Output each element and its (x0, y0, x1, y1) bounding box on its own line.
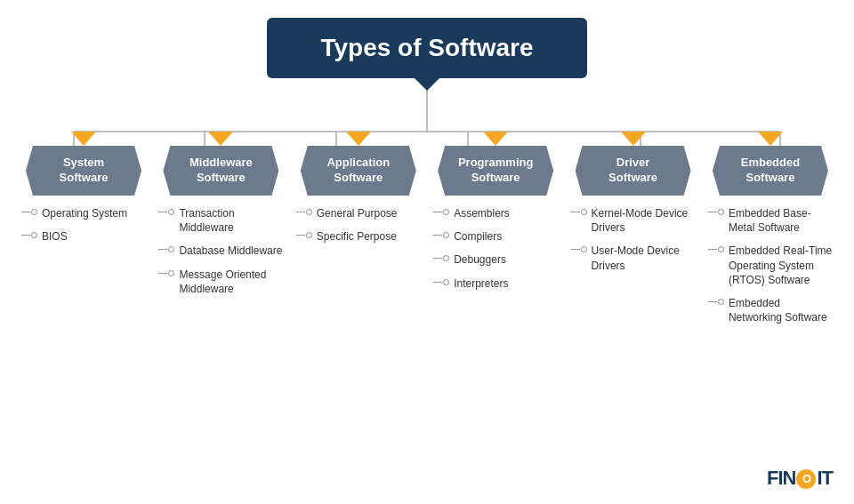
list-item: Interpreters (433, 276, 558, 291)
list-item: Embedded Base-Metal Software (708, 206, 833, 235)
cat-label-application: ApplicationSoftware (301, 146, 416, 196)
cat-label-programming: ProgrammingSoftware (438, 146, 553, 196)
main-title: Types of Software (267, 18, 587, 78)
list-item: Embedded Real-Time Operating System (RTO… (708, 244, 833, 287)
items-programming: Assemblers Compilers Debuggers Interpret… (433, 206, 558, 300)
category-system: SystemSoftware Operating System BIOS (18, 132, 149, 252)
list-item: Kernel-Mode Device Drivers (571, 206, 696, 235)
items-middleware: Transaction Middleware Database Middlewa… (158, 206, 283, 305)
finoit-logo: FINOIT (767, 467, 833, 490)
categories-row: SystemSoftware Operating System BIOS Mid… (9, 132, 845, 333)
items-driver: Kernel-Mode Device Drivers User-Mode Dev… (571, 206, 696, 282)
list-item: Embedded Networking Software (708, 296, 833, 324)
category-programming: ProgrammingSoftware Assemblers Compilers… (430, 132, 561, 300)
category-embedded: EmbeddedSoftware Embedded Base-Metal Sof… (705, 132, 836, 333)
diagram-container: Types of Software SystemSoftware Operati… (0, 0, 854, 504)
list-item: User-Mode Device Drivers (571, 244, 696, 272)
list-item: BIOS (21, 229, 146, 244)
category-middleware: MiddlewareSoftware Transaction Middlewar… (155, 132, 286, 305)
list-item: General Purpose (296, 206, 421, 220)
items-embedded: Embedded Base-Metal Software Embedded Re… (708, 206, 833, 333)
arrow-programming (483, 132, 508, 146)
list-item: Debuggers (433, 252, 558, 267)
arrow-application (346, 132, 371, 146)
category-application: ApplicationSoftware General Purpose Spec… (293, 132, 424, 252)
arrow-embedded (758, 132, 783, 146)
list-item: Message Oriented Middleware (158, 268, 283, 296)
cat-label-middleware: MiddlewareSoftware (163, 146, 278, 196)
list-item: Specific Perpose (296, 229, 421, 244)
cat-label-driver: DriverSoftware (576, 146, 691, 196)
list-item: Database Middleware (158, 244, 283, 258)
logo-fin: FIN (767, 467, 795, 489)
list-item: Compilers (433, 229, 558, 244)
logo-o: O (796, 469, 816, 489)
cat-label-system: SystemSoftware (26, 146, 141, 196)
category-driver: DriverSoftware Kernel-Mode Device Driver… (568, 132, 699, 282)
arrow-driver (621, 132, 646, 146)
items-application: General Purpose Specific Perpose (296, 206, 421, 252)
list-item: Transaction Middleware (158, 206, 283, 235)
items-system: Operating System BIOS (21, 206, 146, 252)
list-item: Assemblers (433, 206, 558, 220)
cat-label-embedded: EmbeddedSoftware (713, 146, 828, 196)
logo-it: IT (817, 467, 833, 489)
arrow-system (71, 132, 96, 146)
arrow-middleware (208, 132, 233, 146)
list-item: Operating System (21, 206, 146, 220)
